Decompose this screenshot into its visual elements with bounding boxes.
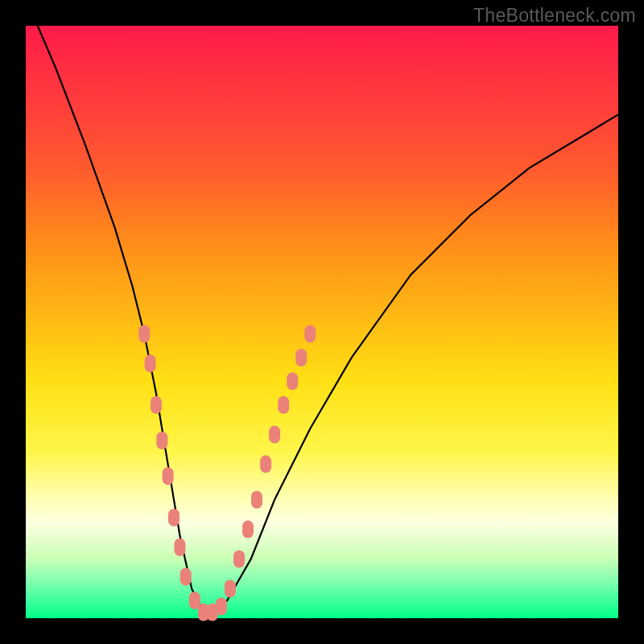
chart-svg [26,26,618,618]
plot-area [26,26,618,618]
data-marker [180,568,192,586]
data-marker [242,521,254,539]
data-marker [216,597,227,615]
marker-group [138,325,316,621]
data-marker [269,426,280,444]
data-marker [225,580,236,597]
data-marker [251,491,262,509]
chart-container: TheBottleneck.com [0,0,644,644]
bottleneck-curve [38,26,618,613]
data-marker [145,355,156,373]
data-marker [156,431,167,449]
watermark-text: TheBottleneck.com [473,5,636,27]
data-marker [151,396,162,414]
data-marker [174,539,185,556]
data-marker [163,467,174,485]
data-marker [168,509,180,526]
data-marker [304,325,316,343]
data-marker [278,396,289,414]
data-marker [138,325,150,343]
data-marker [287,373,298,390]
data-marker [233,550,245,568]
data-marker [295,349,307,366]
data-marker [260,456,271,473]
